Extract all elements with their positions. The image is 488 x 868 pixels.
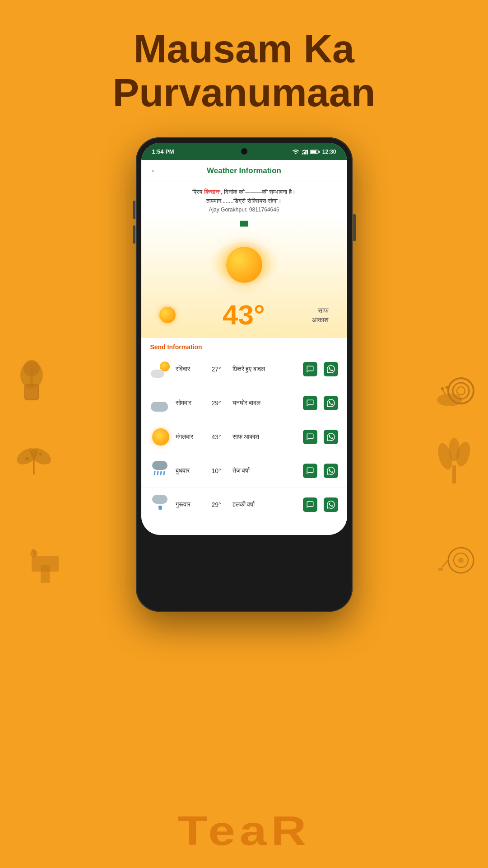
- action-icons-tuesday: [303, 430, 338, 444]
- action-icons-monday: [303, 396, 338, 410]
- battery-time: 12:30: [322, 149, 336, 155]
- title-area: Mausam Ka Purvanumaan: [0, 0, 488, 128]
- phone-wrapper: 1:54 PM: [0, 137, 488, 612]
- tear-text: TeaR: [177, 808, 310, 854]
- info-line1: प्रिय किसान*, दिनांक को———की सम्भावना है…: [150, 188, 338, 197]
- day-name-wednesday: बुधवार: [176, 467, 207, 474]
- temperature-row: 43° साफआकाश: [150, 296, 338, 329]
- sms-button-thursday[interactable]: [303, 497, 317, 512]
- day-desc-wednesday: तेज वर्षा: [232, 467, 298, 474]
- forecast-row-sunday: रविवार 27° छितरे हुए बादल: [141, 352, 347, 386]
- phone-mockup: 1:54 PM: [136, 137, 353, 612]
- action-icons-wednesday: [303, 464, 338, 478]
- info-line2: तापमान........डिग्री सेल्सियस रहेगा।: [150, 197, 338, 206]
- day-name-tuesday: मंगलवार: [176, 433, 207, 441]
- temperature-value: 43°: [223, 301, 265, 329]
- day-desc-thursday: हलकी वर्षा: [232, 501, 298, 508]
- wifi-icon: [292, 148, 299, 155]
- small-sun-icon: [159, 307, 176, 323]
- whatsapp-button-wednesday[interactable]: [324, 464, 338, 478]
- day-name-monday: सोमवार: [176, 399, 207, 407]
- weather-icon-tuesday: [150, 427, 171, 447]
- whatsapp-button-sunday[interactable]: [324, 362, 338, 376]
- app-header: ← Weather Information: [141, 160, 347, 182]
- day-desc-tuesday: साफ आकाश: [232, 433, 298, 441]
- day-name-thursday: गुरूवार: [176, 501, 207, 508]
- bottom-padding: [141, 521, 347, 535]
- whatsapp-button-thursday[interactable]: [324, 497, 338, 512]
- weather-visual: 43° साफआकाश: [141, 216, 347, 338]
- phone-inner: 1:54 PM: [141, 143, 347, 535]
- forecast-row-monday: सोमवार 29° घनघोर बादल: [141, 386, 347, 420]
- sms-button-sunday[interactable]: [303, 362, 317, 376]
- back-button[interactable]: ←: [150, 165, 160, 177]
- weather-condition: साफआकाश: [312, 305, 329, 324]
- signal-icon: [302, 149, 308, 155]
- svg-rect-32: [302, 153, 303, 155]
- farmer-highlight: किसान*: [204, 189, 221, 195]
- action-icons-thursday: [303, 497, 338, 512]
- forecast-row-wednesday: बुधवार 10° तेज वर्षा: [141, 454, 347, 488]
- send-info-label: Send Information: [141, 338, 347, 352]
- day-temp-wednesday: 10°: [212, 467, 228, 474]
- day-temp-tuesday: 43°: [212, 433, 228, 441]
- day-temp-monday: 29°: [212, 399, 228, 407]
- svg-rect-34: [305, 150, 306, 154]
- info-author: Ajay Gorakhpur, 9811764646: [150, 206, 338, 213]
- day-name-sunday: रविवार: [176, 365, 207, 373]
- sms-button-tuesday[interactable]: [303, 430, 317, 444]
- day-temp-thursday: 29°: [212, 501, 228, 508]
- status-time: 1:54 PM: [152, 148, 174, 155]
- sms-button-wednesday[interactable]: [303, 464, 317, 478]
- status-icons: 12:30: [292, 148, 336, 155]
- svg-rect-35: [307, 150, 307, 155]
- main-title: Mausam Ka Purvanumaan: [0, 27, 488, 115]
- forecast-row-thursday: गुरूवार 29° हलकी वर्षा: [141, 488, 347, 521]
- info-text-area: प्रिय किसान*, दिनांक को———की सम्भावना है…: [141, 182, 347, 216]
- action-icons-sunday: [303, 362, 338, 376]
- forecast-row-tuesday: मंगलवार 43° साफ आकाश: [141, 420, 347, 454]
- svg-rect-33: [303, 152, 304, 155]
- svg-rect-37: [311, 150, 316, 153]
- forecast-list: रविवार 27° छितरे हुए बादल: [141, 352, 347, 521]
- app-header-title: Weather Information: [207, 166, 281, 175]
- camera-notch: [241, 148, 247, 155]
- day-temp-sunday: 27°: [212, 366, 228, 373]
- weather-icon-sunday: [150, 359, 171, 380]
- message-icon-top: [239, 220, 249, 230]
- sun-animation: [204, 233, 285, 296]
- weather-icon-thursday: [150, 494, 171, 515]
- battery-icon: [310, 149, 320, 155]
- weather-icon-wednesday: [150, 460, 171, 481]
- sms-button-monday[interactable]: [303, 396, 317, 410]
- whatsapp-button-monday[interactable]: [324, 396, 338, 410]
- day-desc-monday: घनघोर बादल: [232, 399, 298, 407]
- day-desc-sunday: छितरे हुए बादल: [232, 365, 298, 373]
- tear-text-area: TeaR: [0, 808, 488, 854]
- whatsapp-button-tuesday[interactable]: [324, 430, 338, 444]
- sun-circle: [226, 247, 262, 283]
- svg-rect-38: [319, 151, 320, 153]
- weather-icon-monday: [150, 393, 171, 413]
